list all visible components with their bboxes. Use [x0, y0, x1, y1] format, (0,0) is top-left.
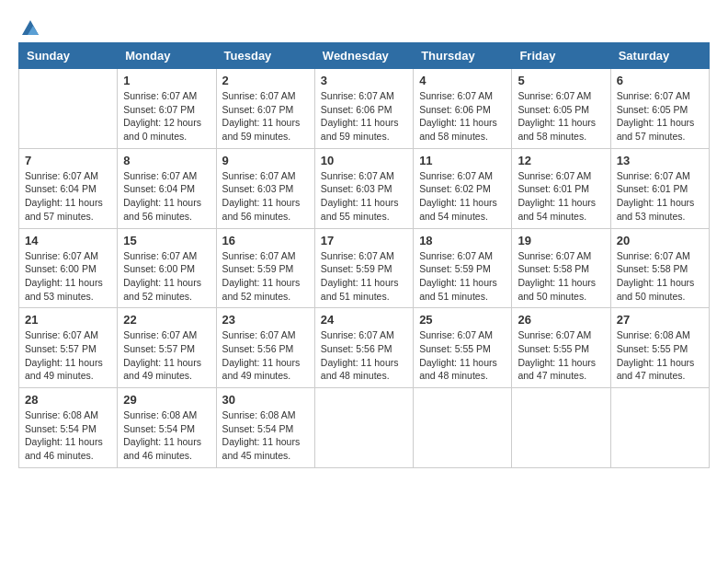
cell-date-number: 4 [419, 74, 506, 87]
cell-info-text: Sunrise: 6:08 AMSunset: 5:54 PMDaylight:… [25, 408, 111, 463]
cell-date-number: 18 [419, 234, 506, 247]
calendar-cell: 16Sunrise: 6:07 AMSunset: 5:59 PMDayligh… [216, 228, 314, 308]
weekday-header: Thursday [414, 43, 512, 69]
cell-info-text: Sunrise: 6:07 AMSunset: 6:04 PMDaylight:… [123, 169, 210, 224]
cell-info-text: Sunrise: 6:08 AMSunset: 5:54 PMDaylight:… [123, 408, 210, 463]
logo [18, 18, 40, 33]
cell-date-number: 23 [222, 313, 309, 327]
cell-date-number: 28 [25, 393, 111, 407]
cell-date-number: 3 [321, 74, 407, 87]
cell-info-text: Sunrise: 6:07 AMSunset: 6:00 PMDaylight:… [123, 249, 210, 304]
cell-info-text: Sunrise: 6:08 AMSunset: 5:55 PMDaylight:… [617, 328, 703, 383]
calendar-cell [512, 388, 610, 468]
cell-date-number: 21 [25, 313, 111, 327]
calendar-cell: 24Sunrise: 6:07 AMSunset: 5:56 PMDayligh… [314, 308, 413, 388]
calendar-cell: 23Sunrise: 6:07 AMSunset: 5:56 PMDayligh… [216, 308, 314, 388]
cell-date-number: 1 [123, 74, 210, 87]
weekday-header: Sunday [19, 43, 118, 69]
calendar-cell: 2Sunrise: 6:07 AMSunset: 6:07 PMDaylight… [216, 69, 314, 149]
page-header [18, 18, 710, 33]
cell-date-number: 11 [419, 154, 506, 167]
cell-date-number: 24 [321, 313, 407, 327]
cell-date-number: 12 [518, 154, 604, 167]
calendar-cell: 30Sunrise: 6:08 AMSunset: 5:54 PMDayligh… [216, 388, 314, 468]
calendar-cell [414, 388, 512, 468]
cell-info-text: Sunrise: 6:07 AMSunset: 6:05 PMDaylight:… [518, 89, 604, 144]
cell-date-number: 20 [617, 234, 703, 247]
calendar-cell: 8Sunrise: 6:07 AMSunset: 6:04 PMDaylight… [118, 148, 216, 228]
weekday-header: Wednesday [314, 43, 413, 69]
cell-info-text: Sunrise: 6:07 AMSunset: 6:03 PMDaylight:… [321, 169, 407, 224]
cell-date-number: 25 [419, 313, 506, 327]
calendar-cell: 27Sunrise: 6:08 AMSunset: 5:55 PMDayligh… [610, 308, 709, 388]
cell-date-number: 17 [321, 234, 407, 247]
cell-date-number: 7 [25, 154, 111, 167]
cell-info-text: Sunrise: 6:07 AMSunset: 6:02 PMDaylight:… [419, 169, 506, 224]
cell-info-text: Sunrise: 6:07 AMSunset: 6:07 PMDaylight:… [123, 89, 210, 144]
weekday-header: Tuesday [216, 43, 314, 69]
calendar-cell: 22Sunrise: 6:07 AMSunset: 5:57 PMDayligh… [118, 308, 216, 388]
cell-info-text: Sunrise: 6:07 AMSunset: 6:03 PMDaylight:… [222, 169, 309, 224]
cell-info-text: Sunrise: 6:07 AMSunset: 5:56 PMDaylight:… [222, 328, 309, 383]
calendar-cell: 18Sunrise: 6:07 AMSunset: 5:59 PMDayligh… [414, 228, 512, 308]
cell-info-text: Sunrise: 6:07 AMSunset: 5:55 PMDaylight:… [419, 328, 506, 383]
cell-info-text: Sunrise: 6:07 AMSunset: 6:01 PMDaylight:… [518, 169, 604, 224]
cell-date-number: 2 [222, 74, 309, 87]
cell-info-text: Sunrise: 6:07 AMSunset: 6:01 PMDaylight:… [617, 169, 703, 224]
calendar-cell: 10Sunrise: 6:07 AMSunset: 6:03 PMDayligh… [314, 148, 413, 228]
calendar-cell: 9Sunrise: 6:07 AMSunset: 6:03 PMDaylight… [216, 148, 314, 228]
cell-info-text: Sunrise: 6:07 AMSunset: 5:58 PMDaylight:… [617, 249, 703, 304]
cell-info-text: Sunrise: 6:07 AMSunset: 6:07 PMDaylight:… [222, 89, 309, 144]
calendar-cell: 21Sunrise: 6:07 AMSunset: 5:57 PMDayligh… [19, 308, 118, 388]
cell-date-number: 19 [518, 234, 604, 247]
cell-date-number: 10 [321, 154, 407, 167]
calendar-cell: 20Sunrise: 6:07 AMSunset: 5:58 PMDayligh… [610, 228, 709, 308]
calendar-table: SundayMondayTuesdayWednesdayThursdayFrid… [18, 42, 710, 468]
calendar-cell: 15Sunrise: 6:07 AMSunset: 6:00 PMDayligh… [118, 228, 216, 308]
weekday-header: Saturday [610, 43, 709, 69]
cell-info-text: Sunrise: 6:07 AMSunset: 5:59 PMDaylight:… [419, 249, 506, 304]
cell-info-text: Sunrise: 6:07 AMSunset: 6:05 PMDaylight:… [617, 89, 703, 144]
cell-date-number: 13 [617, 154, 703, 167]
calendar-cell: 5Sunrise: 6:07 AMSunset: 6:05 PMDaylight… [512, 69, 610, 149]
calendar-week-row: 28Sunrise: 6:08 AMSunset: 5:54 PMDayligh… [19, 388, 710, 468]
weekday-header: Friday [512, 43, 610, 69]
calendar-cell [610, 388, 709, 468]
calendar-cell: 7Sunrise: 6:07 AMSunset: 6:04 PMDaylight… [19, 148, 118, 228]
cell-info-text: Sunrise: 6:07 AMSunset: 6:06 PMDaylight:… [321, 89, 407, 144]
cell-date-number: 30 [222, 393, 309, 407]
cell-date-number: 22 [123, 313, 210, 327]
logo-icon [20, 18, 40, 37]
calendar-week-row: 14Sunrise: 6:07 AMSunset: 6:00 PMDayligh… [19, 228, 710, 308]
calendar-header-row: SundayMondayTuesdayWednesdayThursdayFrid… [19, 43, 710, 69]
cell-info-text: Sunrise: 6:07 AMSunset: 5:59 PMDaylight:… [222, 249, 309, 304]
calendar-cell: 3Sunrise: 6:07 AMSunset: 6:06 PMDaylight… [314, 69, 413, 149]
cell-info-text: Sunrise: 6:07 AMSunset: 6:04 PMDaylight:… [25, 169, 111, 224]
calendar-cell: 19Sunrise: 6:07 AMSunset: 5:58 PMDayligh… [512, 228, 610, 308]
calendar-cell [314, 388, 413, 468]
cell-info-text: Sunrise: 6:07 AMSunset: 5:55 PMDaylight:… [518, 328, 604, 383]
cell-info-text: Sunrise: 6:07 AMSunset: 6:00 PMDaylight:… [25, 249, 111, 304]
cell-info-text: Sunrise: 6:07 AMSunset: 5:56 PMDaylight:… [321, 328, 407, 383]
calendar-week-row: 7Sunrise: 6:07 AMSunset: 6:04 PMDaylight… [19, 148, 710, 228]
cell-info-text: Sunrise: 6:07 AMSunset: 5:59 PMDaylight:… [321, 249, 407, 304]
calendar-cell: 14Sunrise: 6:07 AMSunset: 6:00 PMDayligh… [19, 228, 118, 308]
cell-date-number: 5 [518, 74, 604, 87]
calendar-cell: 4Sunrise: 6:07 AMSunset: 6:06 PMDaylight… [414, 69, 512, 149]
calendar-cell: 6Sunrise: 6:07 AMSunset: 6:05 PMDaylight… [610, 69, 709, 149]
calendar-cell [19, 69, 118, 149]
cell-info-text: Sunrise: 6:07 AMSunset: 5:58 PMDaylight:… [518, 249, 604, 304]
cell-date-number: 26 [518, 313, 604, 327]
cell-info-text: Sunrise: 6:08 AMSunset: 5:54 PMDaylight:… [222, 408, 309, 463]
cell-date-number: 8 [123, 154, 210, 167]
calendar-week-row: 21Sunrise: 6:07 AMSunset: 5:57 PMDayligh… [19, 308, 710, 388]
cell-info-text: Sunrise: 6:07 AMSunset: 5:57 PMDaylight:… [123, 328, 210, 383]
cell-date-number: 15 [123, 234, 210, 247]
calendar-cell: 29Sunrise: 6:08 AMSunset: 5:54 PMDayligh… [118, 388, 216, 468]
calendar-cell: 25Sunrise: 6:07 AMSunset: 5:55 PMDayligh… [414, 308, 512, 388]
cell-date-number: 16 [222, 234, 309, 247]
cell-date-number: 14 [25, 234, 111, 247]
cell-date-number: 29 [123, 393, 210, 407]
weekday-header: Monday [118, 43, 216, 69]
cell-info-text: Sunrise: 6:07 AMSunset: 5:57 PMDaylight:… [25, 328, 111, 383]
